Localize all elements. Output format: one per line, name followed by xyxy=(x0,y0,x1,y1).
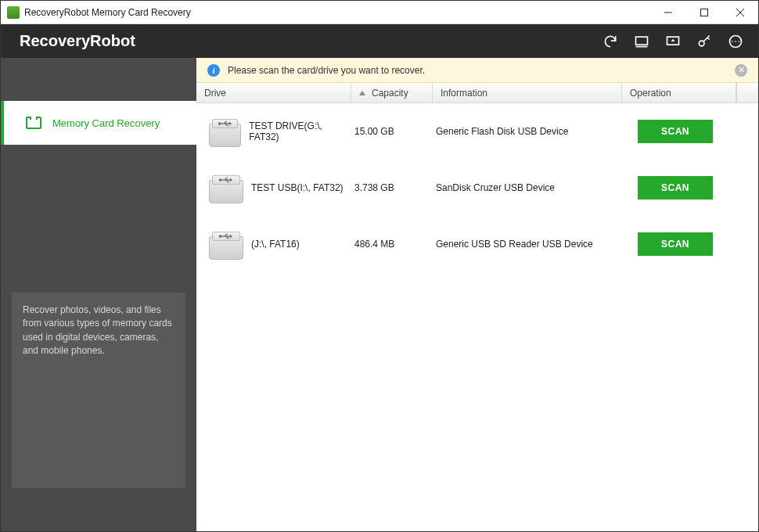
update-icon[interactable] xyxy=(664,33,682,50)
table-row: TEST DRIVE(G:\, FAT32) 15.00 GB Generic … xyxy=(206,103,749,160)
maximize-button[interactable] xyxy=(686,1,722,23)
window-title: RecoveryRobot Memory Card Recovery xyxy=(24,7,191,18)
info-bar: i Please scan the card/drive you want to… xyxy=(196,58,758,83)
capacity-value: 15.00 GB xyxy=(351,126,433,137)
table-body: TEST DRIVE(G:\, FAT32) 15.00 GB Generic … xyxy=(196,103,758,272)
column-header-drive[interactable]: Drive xyxy=(196,83,351,102)
scan-button[interactable]: SCAN xyxy=(638,232,713,256)
window-controls xyxy=(650,1,758,23)
svg-point-8 xyxy=(699,41,704,46)
table-header: Drive Capacity Information Operation xyxy=(196,83,758,103)
column-header-capacity[interactable]: Capacity xyxy=(351,83,433,102)
drive-icon xyxy=(209,172,243,203)
info-message: Please scan the card/drive you want to r… xyxy=(228,65,727,76)
key-icon[interactable] xyxy=(696,33,713,50)
minimize-button[interactable] xyxy=(650,1,686,23)
sidebar-item-label: Memory Card Recovery xyxy=(52,117,160,129)
drive-icon xyxy=(209,116,241,147)
capacity-value: 3.738 GB xyxy=(351,182,433,193)
capacity-value: 486.4 MB xyxy=(351,239,433,250)
svg-rect-1 xyxy=(701,9,708,16)
sidebar: Memory Card Recovery Recover photos, vid… xyxy=(1,58,196,531)
sidebar-item-memory-card-recovery[interactable]: Memory Card Recovery xyxy=(1,101,196,145)
more-icon[interactable] xyxy=(727,33,744,50)
svg-line-10 xyxy=(707,38,710,40)
titlebar: RecoveryRobot Memory Card Recovery xyxy=(1,1,758,24)
table-row: TEST USB(I:\, FAT32) 3.738 GB SanDisk Cr… xyxy=(206,160,749,216)
info-value: Generic USB SD Reader USB Device xyxy=(433,239,622,250)
info-close-button[interactable]: ✕ xyxy=(735,64,747,77)
close-button[interactable] xyxy=(722,1,758,23)
main-panel: i Please scan the card/drive you want to… xyxy=(196,58,758,531)
drive-label: TEST USB(I:\, FAT32) xyxy=(251,182,344,193)
info-value: Generic Flash Disk USB Device xyxy=(433,126,622,137)
drive-label: TEST DRIVE(G:\, FAT32) xyxy=(249,120,348,142)
svg-marker-29 xyxy=(230,235,232,239)
column-header-operation[interactable]: Operation xyxy=(622,83,736,102)
svg-point-12 xyxy=(732,41,733,42)
svg-marker-24 xyxy=(230,178,232,182)
drive-icon xyxy=(209,228,243,260)
brand-label: RecoveryRobot xyxy=(20,32,135,50)
column-label: Operation xyxy=(630,88,671,99)
svg-point-13 xyxy=(735,41,736,42)
drive-label: (J:\, FAT16) xyxy=(251,239,300,250)
refresh-icon[interactable] xyxy=(602,33,619,50)
column-header-information[interactable]: Information xyxy=(433,83,622,102)
sidebar-description: Recover photos, videos, and files from v… xyxy=(12,293,185,488)
app-header: RecoveryRobot xyxy=(1,24,758,58)
column-label: Drive xyxy=(204,88,226,99)
app-icon xyxy=(7,6,20,19)
svg-marker-19 xyxy=(229,122,232,126)
sort-asc-icon xyxy=(359,91,365,95)
svg-marker-7 xyxy=(671,38,675,41)
column-header-extra[interactable] xyxy=(736,83,758,102)
info-icon: i xyxy=(207,64,220,77)
header-toolbar xyxy=(602,33,744,50)
svg-rect-4 xyxy=(636,37,648,45)
info-value: SanDisk Cruzer USB Device xyxy=(433,182,622,193)
table-row: (J:\, FAT16) 486.4 MB Generic USB SD Rea… xyxy=(206,216,749,272)
column-label: Capacity xyxy=(372,88,408,99)
svg-point-14 xyxy=(738,41,739,42)
scan-button[interactable]: SCAN xyxy=(638,120,713,143)
memory-card-icon xyxy=(26,117,41,129)
scan-button[interactable]: SCAN xyxy=(638,176,713,200)
display-icon[interactable] xyxy=(633,33,650,50)
column-label: Information xyxy=(441,88,487,99)
